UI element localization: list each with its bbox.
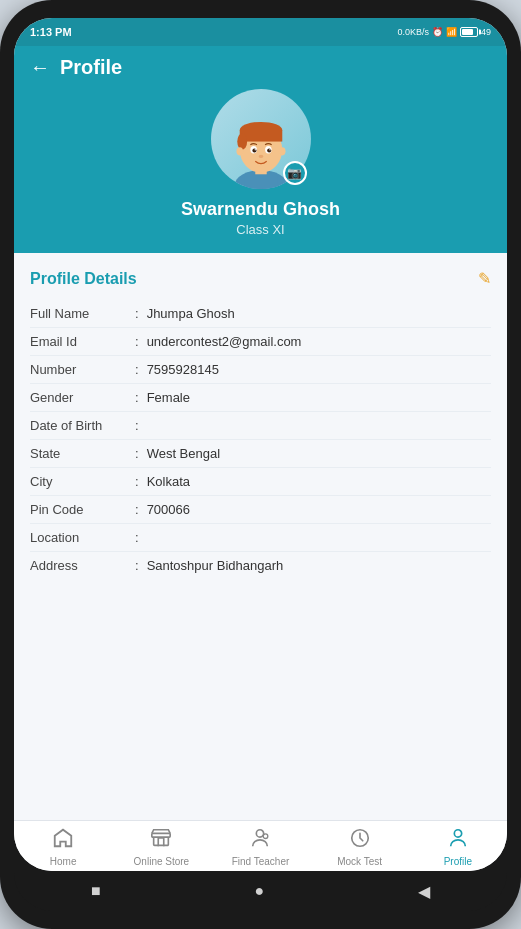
table-row: Number : 7595928145 bbox=[30, 356, 491, 384]
store-nav-label: Online Store bbox=[134, 856, 190, 867]
field-value: West Bengal bbox=[147, 446, 491, 461]
svg-point-20 bbox=[454, 830, 461, 837]
field-colon: : bbox=[135, 390, 139, 405]
home-button[interactable]: ● bbox=[254, 882, 264, 900]
svg-point-18 bbox=[264, 834, 269, 839]
field-label: Number bbox=[30, 362, 135, 377]
section-header: Profile Details ✎ bbox=[30, 269, 491, 288]
phone-screen: 1:13 PM 0.0KB/s ⏰ 📶 49 ← Profile bbox=[14, 18, 507, 871]
back-button[interactable]: ← bbox=[30, 56, 50, 79]
table-row: Date of Birth : bbox=[30, 412, 491, 440]
android-nav-bar: ■ ● ◀ bbox=[14, 871, 507, 911]
svg-point-6 bbox=[237, 133, 247, 149]
field-value: Kolkata bbox=[147, 474, 491, 489]
field-label: State bbox=[30, 446, 135, 461]
nav-item-home[interactable]: Home bbox=[35, 827, 91, 867]
field-value: 7595928145 bbox=[147, 362, 491, 377]
table-row: Location : bbox=[30, 524, 491, 552]
field-colon: : bbox=[135, 530, 139, 545]
network-speed: 0.0KB/s bbox=[397, 27, 429, 37]
home-nav-icon bbox=[52, 827, 74, 854]
edit-icon[interactable]: ✎ bbox=[478, 269, 491, 288]
profile-table: Full Name : Jhumpa Ghosh Email Id : unde… bbox=[30, 300, 491, 579]
svg-rect-16 bbox=[152, 833, 170, 837]
mock-nav-label: Mock Test bbox=[337, 856, 382, 867]
user-name: Swarnendu Ghosh bbox=[181, 199, 340, 220]
status-bar: 1:13 PM 0.0KB/s ⏰ 📶 49 bbox=[14, 18, 507, 46]
field-colon: : bbox=[135, 334, 139, 349]
table-row: Full Name : Jhumpa Ghosh bbox=[30, 300, 491, 328]
avatar-container: 📷 bbox=[211, 89, 311, 189]
teacher-nav-label: Find Teacher bbox=[232, 856, 290, 867]
profile-nav-icon bbox=[447, 827, 469, 854]
field-value: 700066 bbox=[147, 502, 491, 517]
back-android-button[interactable]: ◀ bbox=[418, 882, 430, 901]
battery-level: 49 bbox=[481, 27, 491, 37]
svg-point-13 bbox=[258, 155, 263, 158]
camera-icon[interactable]: 📷 bbox=[283, 161, 307, 185]
alarm-icon: ⏰ bbox=[432, 27, 443, 37]
bottom-nav: Home Online Store Find Teacher Mock Test… bbox=[14, 820, 507, 871]
field-label: Full Name bbox=[30, 306, 135, 321]
store-nav-icon bbox=[150, 827, 172, 854]
page-title: Profile bbox=[60, 56, 122, 79]
status-icons: 0.0KB/s ⏰ 📶 49 bbox=[397, 27, 491, 37]
phone-frame: 1:13 PM 0.0KB/s ⏰ 📶 49 ← Profile bbox=[0, 0, 521, 929]
status-time: 1:13 PM bbox=[30, 26, 72, 38]
field-label: Email Id bbox=[30, 334, 135, 349]
signal-icon: 📶 bbox=[446, 27, 457, 37]
nav-item-teacher[interactable]: Find Teacher bbox=[232, 827, 290, 867]
nav-item-mock[interactable]: Mock Test bbox=[332, 827, 388, 867]
teacher-nav-icon bbox=[249, 827, 271, 854]
svg-point-11 bbox=[254, 149, 255, 150]
field-colon: : bbox=[135, 418, 139, 433]
field-label: Pin Code bbox=[30, 502, 135, 517]
field-value: Santoshpur Bidhangarh bbox=[147, 558, 491, 573]
field-label: City bbox=[30, 474, 135, 489]
nav-row: ← Profile bbox=[30, 56, 491, 79]
table-row: City : Kolkata bbox=[30, 468, 491, 496]
field-label: Date of Birth bbox=[30, 418, 135, 433]
svg-point-15 bbox=[279, 147, 286, 155]
field-colon: : bbox=[135, 362, 139, 377]
home-nav-label: Home bbox=[50, 856, 77, 867]
field-label: Address bbox=[30, 558, 135, 573]
svg-point-12 bbox=[269, 149, 270, 150]
user-class: Class XI bbox=[236, 222, 284, 237]
field-value: Female bbox=[147, 390, 491, 405]
section-title: Profile Details bbox=[30, 270, 137, 288]
top-header: ← Profile bbox=[14, 46, 507, 253]
table-row: Address : Santoshpur Bidhangarh bbox=[30, 552, 491, 579]
field-colon: : bbox=[135, 306, 139, 321]
svg-point-10 bbox=[267, 149, 271, 153]
table-row: Pin Code : 700066 bbox=[30, 496, 491, 524]
field-value: Jhumpa Ghosh bbox=[147, 306, 491, 321]
table-row: State : West Bengal bbox=[30, 440, 491, 468]
svg-point-14 bbox=[236, 147, 243, 155]
profile-nav-label: Profile bbox=[444, 856, 472, 867]
svg-rect-1 bbox=[244, 173, 277, 189]
content-area: Profile Details ✎ Full Name : Jhumpa Gho… bbox=[14, 253, 507, 820]
field-colon: : bbox=[135, 446, 139, 461]
recent-apps-button[interactable]: ■ bbox=[91, 882, 101, 900]
field-colon: : bbox=[135, 558, 139, 573]
field-colon: : bbox=[135, 474, 139, 489]
avatar-section: 📷 Swarnendu Ghosh Class XI bbox=[30, 89, 491, 253]
table-row: Email Id : undercontest2@gmail.com bbox=[30, 328, 491, 356]
field-label: Location bbox=[30, 530, 135, 545]
nav-item-profile[interactable]: Profile bbox=[430, 827, 486, 867]
table-row: Gender : Female bbox=[30, 384, 491, 412]
nav-item-store[interactable]: Online Store bbox=[133, 827, 189, 867]
svg-point-9 bbox=[252, 149, 256, 153]
battery-icon bbox=[460, 27, 478, 37]
field-colon: : bbox=[135, 502, 139, 517]
field-label: Gender bbox=[30, 390, 135, 405]
field-value: undercontest2@gmail.com bbox=[147, 334, 491, 349]
mock-nav-icon bbox=[349, 827, 371, 854]
